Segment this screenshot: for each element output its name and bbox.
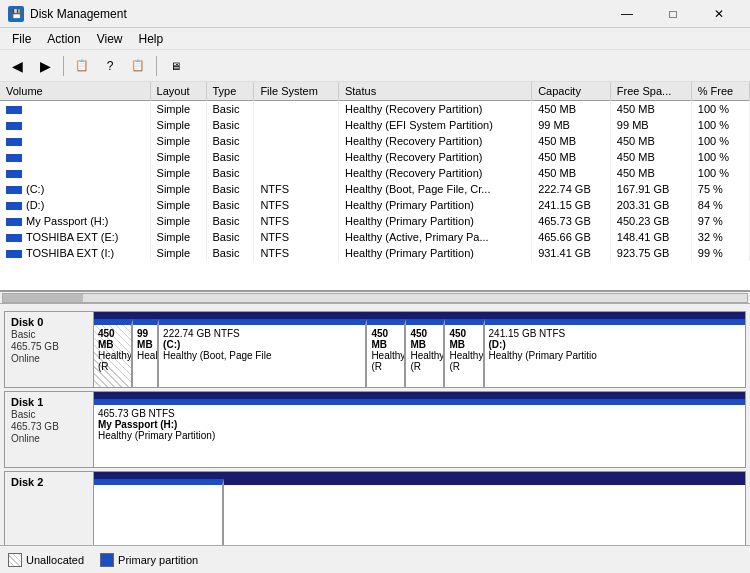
legend-primary: Primary partition: [100, 553, 198, 567]
col-freespace[interactable]: Free Spa...: [610, 82, 691, 101]
properties-button[interactable]: 📋: [69, 54, 95, 78]
cell-layout: Simple: [150, 165, 206, 181]
partition-size: 241.15 GB NTFS: [489, 328, 741, 339]
cell-free: 923.75 GB: [610, 245, 691, 261]
table-row[interactable]: Simple Basic Healthy (Recovery Partition…: [0, 165, 750, 181]
col-type[interactable]: Type: [206, 82, 254, 101]
volume-icon: [6, 154, 22, 162]
col-status[interactable]: Status: [338, 82, 531, 101]
disk-type: Basic: [11, 329, 87, 340]
table-row[interactable]: TOSHIBA EXT (I:) Simple Basic NTFS Healt…: [0, 245, 750, 261]
table-body: Simple Basic Healthy (Recovery Partition…: [0, 101, 750, 262]
menu-action[interactable]: Action: [39, 30, 88, 48]
legend-primary-icon: [100, 553, 114, 567]
cell-layout: Simple: [150, 245, 206, 261]
help-button[interactable]: ?: [97, 54, 123, 78]
col-capacity[interactable]: Capacity: [532, 82, 611, 101]
partition[interactable]: [94, 479, 224, 545]
cell-free: 450 MB: [610, 101, 691, 118]
disk-view-button[interactable]: 🖥: [162, 54, 188, 78]
partition[interactable]: 99 MB Health:: [133, 319, 159, 387]
cell-status: Healthy (Active, Primary Pa...: [338, 229, 531, 245]
cell-pct: 100 %: [691, 165, 749, 181]
disk-partitions: 450 MB Healthy (R 99 MB Health: 222.74 G…: [94, 319, 745, 387]
disk-name: Disk 2: [11, 476, 87, 488]
cell-volume: [0, 117, 150, 133]
cell-status: Healthy (Boot, Page File, Cr...: [338, 181, 531, 197]
partition[interactable]: 465.73 GB NTFS My Passport (H:) Healthy …: [94, 399, 745, 467]
table-row[interactable]: Simple Basic Healthy (Recovery Partition…: [0, 133, 750, 149]
table-row[interactable]: (C:) Simple Basic NTFS Healthy (Boot, Pa…: [0, 181, 750, 197]
cell-type: Basic: [206, 101, 254, 118]
partition[interactable]: 222.74 GB NTFS (C:) Healthy (Boot, Page …: [159, 319, 367, 387]
cell-volume: [0, 133, 150, 149]
disk-row: Disk 1 Basic 465.73 GB Online 465.73 GB …: [4, 391, 746, 468]
cell-layout: Simple: [150, 197, 206, 213]
col-pctfree[interactable]: % Free: [691, 82, 749, 101]
legend-unallocated-label: Unallocated: [26, 554, 84, 566]
partition[interactable]: 450 MB Healthy (R: [367, 319, 406, 387]
cell-status: Healthy (Recovery Partition): [338, 101, 531, 118]
cell-volume: My Passport (H:): [0, 213, 150, 229]
cell-type: Basic: [206, 245, 254, 261]
minimize-button[interactable]: —: [604, 0, 650, 28]
cell-capacity: 465.73 GB: [532, 213, 611, 229]
cell-pct: 97 %: [691, 213, 749, 229]
cell-layout: Simple: [150, 181, 206, 197]
cell-pct: 84 %: [691, 197, 749, 213]
partition[interactable]: 450 MB Healthy (R: [406, 319, 445, 387]
forward-button[interactable]: ▶: [32, 54, 58, 78]
partition-type: Health:: [137, 350, 153, 361]
cell-type: Basic: [206, 229, 254, 245]
status-bar: Unallocated Primary partition: [0, 545, 750, 573]
table-row[interactable]: My Passport (H:) Simple Basic NTFS Healt…: [0, 213, 750, 229]
menu-file[interactable]: File: [4, 30, 39, 48]
cell-status: Healthy (Recovery Partition): [338, 133, 531, 149]
cell-pct: 99 %: [691, 245, 749, 261]
cell-fs: [254, 101, 339, 118]
cell-fs: NTFS: [254, 245, 339, 261]
cell-type: Basic: [206, 149, 254, 165]
col-layout[interactable]: Layout: [150, 82, 206, 101]
partition-type: Healthy (Boot, Page File: [163, 350, 361, 361]
col-filesystem[interactable]: File System: [254, 82, 339, 101]
cell-pct: 75 %: [691, 181, 749, 197]
menu-help[interactable]: Help: [131, 30, 172, 48]
disk-name: Disk 1: [11, 396, 87, 408]
partition[interactable]: 450 MB Healthy (R: [94, 319, 133, 387]
horizontal-scrollbar[interactable]: [0, 292, 750, 304]
table-row[interactable]: Simple Basic Healthy (Recovery Partition…: [0, 149, 750, 165]
menu-view[interactable]: View: [89, 30, 131, 48]
partition-type: Healthy (R: [449, 350, 478, 372]
cell-fs: NTFS: [254, 229, 339, 245]
cell-capacity: 450 MB: [532, 133, 611, 149]
partition[interactable]: 450 MB Healthy (R: [445, 319, 484, 387]
toolbar: ◀ ▶ 📋 ? 📋 🖥: [0, 50, 750, 82]
main-content: Volume Layout Type File System Status Ca…: [0, 82, 750, 573]
partition[interactable]: [224, 479, 745, 545]
partition-name: 450 MB: [371, 328, 400, 350]
window-title: Disk Management: [30, 7, 127, 21]
table-row[interactable]: (D:) Simple Basic NTFS Healthy (Primary …: [0, 197, 750, 213]
toolbar-separator-2: [156, 56, 157, 76]
cell-fs: [254, 133, 339, 149]
partition-name: 99 MB: [137, 328, 153, 350]
maximize-button[interactable]: □: [650, 0, 696, 28]
back-button[interactable]: ◀: [4, 54, 30, 78]
window-controls: — □ ✕: [604, 0, 742, 28]
list-button[interactable]: 📋: [125, 54, 151, 78]
table-row[interactable]: TOSHIBA EXT (E:) Simple Basic NTFS Healt…: [0, 229, 750, 245]
app-icon: 💾: [8, 6, 24, 22]
table-row[interactable]: Simple Basic Healthy (EFI System Partiti…: [0, 117, 750, 133]
partition[interactable]: 241.15 GB NTFS (D:) Healthy (Primary Par…: [485, 319, 745, 387]
table-row[interactable]: Simple Basic Healthy (Recovery Partition…: [0, 101, 750, 118]
close-button[interactable]: ✕: [696, 0, 742, 28]
volume-icon: [6, 250, 22, 258]
partitions-wrapper: 465.73 GB NTFS My Passport (H:) Healthy …: [94, 391, 746, 468]
cell-pct: 100 %: [691, 133, 749, 149]
cell-free: 450 MB: [610, 133, 691, 149]
partition-type: Healthy (R: [98, 350, 127, 372]
cell-capacity: 450 MB: [532, 165, 611, 181]
col-volume[interactable]: Volume: [0, 82, 150, 101]
disk-partitions: [94, 479, 745, 545]
